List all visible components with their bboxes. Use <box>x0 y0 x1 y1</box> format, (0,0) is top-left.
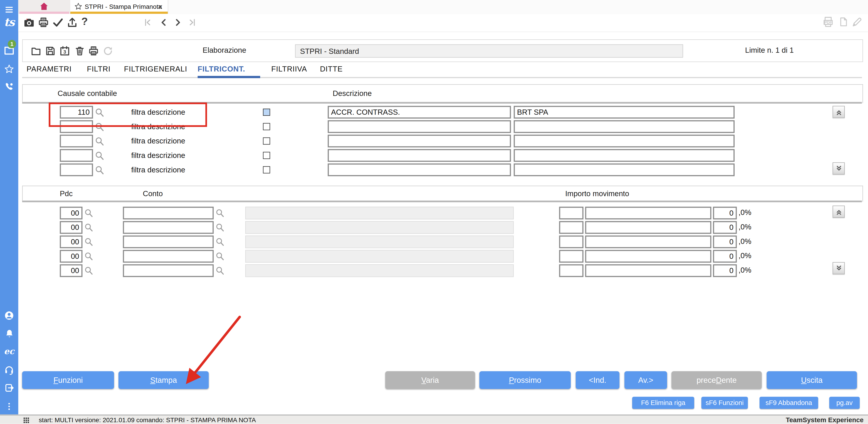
pdc-search-icon[interactable] <box>84 251 94 261</box>
causale-search-icon[interactable] <box>94 165 105 175</box>
tab-ditte[interactable]: DITTE <box>320 65 343 73</box>
conto-search-icon[interactable] <box>215 237 225 247</box>
sidebar-item-notifications[interactable] <box>0 329 18 338</box>
f6-elimina-riga-button[interactable]: F6 Elimina riga <box>632 397 694 409</box>
filtra-checkbox[interactable] <box>263 109 270 116</box>
sidebar-item-more[interactable] <box>0 402 18 411</box>
filtra-checkbox[interactable] <box>263 166 270 173</box>
sidebar-item-user[interactable] <box>0 310 18 321</box>
causale-code-input[interactable] <box>60 106 93 118</box>
importo-input[interactable] <box>585 206 711 219</box>
importo-input[interactable] <box>585 250 711 262</box>
tab-filtrigenerali[interactable]: FILTRIGENERALI <box>124 65 187 73</box>
delete-button[interactable] <box>74 46 85 57</box>
sidebar-item-documents[interactable]: 1 <box>0 44 18 56</box>
descrizione1-input[interactable] <box>328 106 511 118</box>
conto-input[interactable] <box>123 250 214 262</box>
stampa-button[interactable]: Stampa <box>119 371 209 389</box>
sf9-abbandona-button[interactable]: sF9 Abbandona <box>760 397 818 409</box>
avanti-button[interactable]: Av.> <box>624 371 667 389</box>
save-button[interactable] <box>45 46 56 57</box>
causale-scroll-down-button[interactable] <box>833 163 845 175</box>
pdc-code-input[interactable] <box>60 235 82 248</box>
prossimo-button[interactable]: Prossimo <box>479 371 571 389</box>
pdc-search-icon[interactable] <box>84 237 94 247</box>
importo-segno-input[interactable] <box>559 250 583 262</box>
confirm-button[interactable] <box>52 17 64 28</box>
descrizione1-input[interactable] <box>328 163 511 176</box>
descrizione2-input[interactable] <box>514 149 735 162</box>
export-button[interactable] <box>66 17 78 28</box>
grid-icon[interactable] <box>23 417 30 424</box>
nav-next-button[interactable] <box>174 18 183 27</box>
causale-code-input[interactable] <box>60 149 93 162</box>
causale-code-input[interactable] <box>60 120 93 133</box>
pdc-search-icon[interactable] <box>84 208 94 218</box>
nav-prev-button[interactable] <box>159 18 168 27</box>
causale-search-icon[interactable] <box>94 150 105 161</box>
precedente-button[interactable]: preceDente <box>672 371 762 389</box>
print-button[interactable] <box>38 17 49 28</box>
funzioni-button[interactable]: Funzioni <box>22 371 114 389</box>
favorite-star-icon[interactable] <box>74 2 83 11</box>
sidebar-item-ec[interactable]: ec <box>0 346 18 356</box>
causale-search-icon[interactable] <box>94 136 105 146</box>
importo-segno-input[interactable] <box>559 206 583 219</box>
pdc-search-icon[interactable] <box>84 222 94 232</box>
causale-code-input[interactable] <box>60 135 93 147</box>
nav-first-button[interactable] <box>143 18 152 27</box>
tab-parametri[interactable]: PARAMETRI <box>27 65 72 73</box>
sidebar-item-logout[interactable] <box>0 383 18 393</box>
pdc-search-icon[interactable] <box>84 265 94 275</box>
pgav-button[interactable]: pg.av <box>829 397 860 409</box>
conto-input[interactable] <box>123 221 214 234</box>
importo-decimali-input[interactable] <box>713 235 737 248</box>
pdc-code-input[interactable] <box>60 221 82 234</box>
filtra-checkbox[interactable] <box>263 137 270 145</box>
importo-segno-input[interactable] <box>559 235 583 248</box>
descrizione2-input[interactable] <box>514 106 735 118</box>
indietro-button[interactable]: <Ind. <box>576 371 619 389</box>
filtra-checkbox[interactable] <box>263 123 270 130</box>
teamsystem-logo[interactable]: ts <box>0 16 18 29</box>
pdc-code-input[interactable] <box>60 250 82 262</box>
new-document-button[interactable] <box>838 17 849 27</box>
conto-search-icon[interactable] <box>215 251 225 261</box>
causale-scroll-up-button[interactable] <box>833 106 845 118</box>
edit-button[interactable] <box>851 17 863 28</box>
descrizione2-input[interactable] <box>514 135 735 147</box>
importo-decimali-input[interactable] <box>713 206 737 219</box>
causale-search-icon[interactable] <box>94 121 105 132</box>
descrizione1-input[interactable] <box>328 120 511 133</box>
importo-input[interactable] <box>585 235 711 248</box>
tab-filtri[interactable]: FILTRI <box>87 65 110 73</box>
descrizione2-input[interactable] <box>514 120 735 133</box>
active-app-tab[interactable]: STPRI - Stampa Primanota <box>70 0 168 14</box>
close-tab-icon[interactable] <box>157 4 163 10</box>
pdc-code-input[interactable] <box>60 206 82 219</box>
conto-search-icon[interactable] <box>215 222 225 232</box>
importo-segno-input[interactable] <box>559 221 583 234</box>
nav-last-button[interactable] <box>188 18 197 27</box>
descrizione1-input[interactable] <box>328 149 511 162</box>
home-tab[interactable] <box>18 0 70 14</box>
conto-search-icon[interactable] <box>215 208 225 218</box>
importo-segno-input[interactable] <box>559 264 583 277</box>
export-pdf-button[interactable] <box>822 16 834 28</box>
sf6-funzioni-button[interactable]: sF6 Funzioni <box>702 397 748 409</box>
conto-input[interactable] <box>123 264 214 277</box>
open-button[interactable] <box>31 46 41 57</box>
sidebar-item-favorites[interactable] <box>0 64 18 75</box>
refresh-button[interactable] <box>102 46 114 57</box>
descrizione2-input[interactable] <box>514 163 735 176</box>
varia-button[interactable]: Varia <box>385 371 475 389</box>
importo-input[interactable] <box>585 221 711 234</box>
sidebar-item-phone[interactable] <box>0 81 18 92</box>
elaborazione-field[interactable] <box>295 44 683 58</box>
tab-filtriiva[interactable]: FILTRIIVA <box>271 65 307 73</box>
conto-input[interactable] <box>123 206 214 219</box>
pdc-scroll-down-button[interactable] <box>833 262 845 274</box>
pdc-scroll-up-button[interactable] <box>833 206 845 218</box>
filtra-checkbox[interactable] <box>263 152 270 159</box>
conto-input[interactable] <box>123 235 214 248</box>
